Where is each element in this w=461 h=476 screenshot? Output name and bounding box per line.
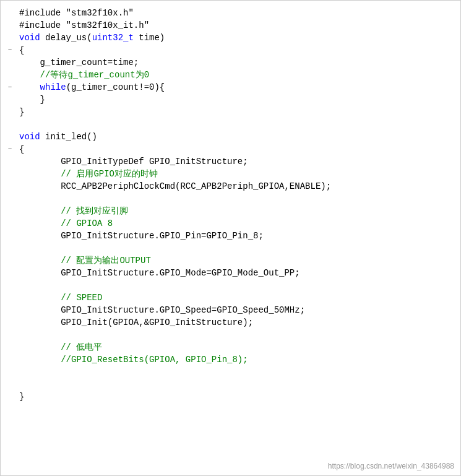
line: GPIO_InitTypeDef GPIO_InitStructure; [19,155,454,168]
fold-indicator[interactable]: − [6,44,14,56]
watermark: https://blog.csdn.net/weixin_43864988 [328,462,454,470]
line [19,378,454,391]
line-content: // 启用GPIO对应的时钟 [19,168,158,180]
line-content: { [19,44,24,56]
line-content: GPIO_InitStructure.GPIO_Pin=GPIO_Pin_8; [19,230,264,242]
line-content: } [19,391,24,403]
code-editor: #include "stm32f10x.h"#include "stm32f10… [0,0,461,476]
line: GPIO_InitStructure.GPIO_Pin=GPIO_Pin_8; [19,230,454,242]
line-content: g_timer_count=time; [19,56,139,69]
line: // 启用GPIO对应的时钟 [19,168,454,180]
line: // SPEED [19,292,454,304]
fold-indicator[interactable]: − [6,143,14,155]
line-content: GPIO_Init(GPIOA,&GPIO_InitStructure); [19,316,253,329]
line-content: { [19,143,24,155]
line: //等待g_timer_count为0 [19,69,454,81]
line [19,118,454,131]
line: void delay_us(uint32_t time) [19,32,454,44]
line: −{ [19,143,454,155]
line [19,329,454,341]
line: } [19,391,454,403]
line-content: GPIO_InitStructure.GPIO_Speed=GPIO_Speed… [19,304,305,316]
line: void init_led() [19,131,454,143]
line-content: } [19,93,45,106]
line: RCC_APB2PeriphClockCmd(RCC_APB2Periph_GP… [19,180,454,193]
line: GPIO_InitStructure.GPIO_Speed=GPIO_Speed… [19,304,454,316]
line: // GPIOA 8 [19,217,454,230]
line: } [19,106,454,118]
code-area: #include "stm32f10x.h"#include "stm32f10… [1,7,460,403]
line [19,366,454,378]
fold-indicator[interactable]: − [6,81,14,93]
line: //GPIO_ResetBits(GPIOA, GPIO_Pin_8); [19,353,454,366]
line-content: // 配置为输出OUTPUT [19,254,151,267]
line-content: void delay_us(uint32_t time) [19,32,165,44]
line-content: // SPEED [19,292,102,304]
line: GPIO_Init(GPIOA,&GPIO_InitStructure); [19,316,454,329]
line: } [19,93,454,106]
line-content: // 低电平 [19,341,102,353]
line: #include "stm32f10x_it.h" [19,19,454,32]
line: // 低电平 [19,341,454,353]
line: g_timer_count=time; [19,56,454,69]
line-content: void init_led() [19,131,97,143]
line-content: GPIO_InitStructure.GPIO_Mode=GPIO_Mode_O… [19,267,300,279]
line-content: while(g_timer_count!=0){ [19,81,165,93]
line: // 找到对应引脚 [19,205,454,217]
line-content: GPIO_InitTypeDef GPIO_InitStructure; [19,155,248,168]
line: #include "stm32f10x.h" [19,7,454,19]
line-content: //GPIO_ResetBits(GPIOA, GPIO_Pin_8); [19,353,248,366]
line: GPIO_InitStructure.GPIO_Mode=GPIO_Mode_O… [19,267,454,279]
line-content: // 找到对应引脚 [19,205,128,217]
line [19,193,454,205]
line [19,279,454,292]
line-content: #include "stm32f10x_it.h" [19,19,149,32]
line-content: //等待g_timer_count为0 [19,69,149,81]
line-content: #include "stm32f10x.h" [19,7,134,19]
line [19,242,454,254]
line: −{ [19,44,454,56]
line: // 配置为输出OUTPUT [19,254,454,267]
line-content: RCC_APB2PeriphClockCmd(RCC_APB2Periph_GP… [19,180,331,193]
line: − while(g_timer_count!=0){ [19,81,454,93]
line-content: // GPIOA 8 [19,217,113,230]
line-content: } [19,106,24,118]
